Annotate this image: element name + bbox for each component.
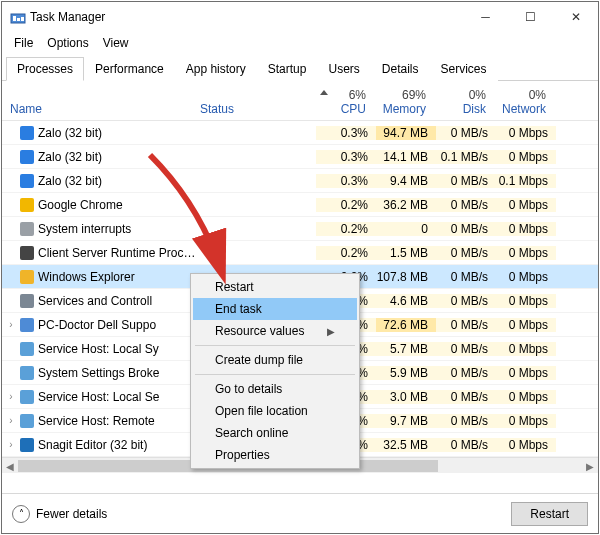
submenu-arrow-icon: ▶: [327, 326, 335, 337]
expand-chevron-icon[interactable]: ›: [2, 415, 18, 426]
chrome-icon: [18, 197, 36, 213]
network-value: 0 Mbps: [496, 222, 556, 236]
memory-value: 14.1 MB: [376, 150, 436, 164]
menu-item-search-online[interactable]: Search online: [193, 422, 357, 444]
disk-value: 0 MB/s: [436, 126, 496, 140]
process-name: Zalo (32 bit): [36, 174, 196, 188]
process-row[interactable]: Zalo (32 bit)0.3%94.7 MB0 MB/s0 Mbps: [2, 121, 598, 145]
network-value: 0 Mbps: [496, 198, 556, 212]
menubar: File Options View: [2, 32, 598, 54]
network-value: 0 Mbps: [496, 390, 556, 404]
menu-view[interactable]: View: [97, 34, 135, 52]
svg-rect-3: [21, 17, 24, 21]
header-memory[interactable]: 69% Memory: [374, 86, 434, 120]
memory-value: 9.4 MB: [376, 174, 436, 188]
process-row[interactable]: Zalo (32 bit)0.3%9.4 MB0 MB/s0.1 Mbps: [2, 169, 598, 193]
minimize-button[interactable]: ─: [463, 2, 508, 32]
memory-value: 32.5 MB: [376, 438, 436, 452]
header-name[interactable]: Name: [2, 100, 194, 120]
zalo-icon: [18, 173, 36, 189]
process-name: Service Host: Local Se: [36, 390, 196, 404]
zalo-icon: [18, 149, 36, 165]
network-value: 0 Mbps: [496, 126, 556, 140]
disk-value: 0 MB/s: [436, 318, 496, 332]
gear-icon: [18, 341, 36, 357]
disk-value: 0 MB/s: [436, 342, 496, 356]
menu-item-label: Go to details: [215, 382, 282, 396]
process-name: System interrupts: [36, 222, 196, 236]
memory-value: 3.0 MB: [376, 390, 436, 404]
header-network[interactable]: 0% Network: [494, 86, 554, 120]
memory-value: 9.7 MB: [376, 414, 436, 428]
menu-item-end-task[interactable]: End task: [193, 298, 357, 320]
console-icon: [18, 245, 36, 261]
header-disk[interactable]: 0% Disk: [434, 86, 494, 120]
window-controls: ─ ☐ ✕: [463, 2, 598, 32]
service-icon: [18, 293, 36, 309]
menu-item-restart[interactable]: Restart: [193, 276, 357, 298]
scroll-left-arrow[interactable]: ◀: [2, 458, 18, 474]
disk-value: 0 MB/s: [436, 198, 496, 212]
tab-details[interactable]: Details: [371, 57, 430, 81]
process-name: Zalo (32 bit): [36, 126, 196, 140]
network-value: 0 Mbps: [496, 270, 556, 284]
disk-value: 0 MB/s: [436, 366, 496, 380]
gear-icon: [18, 365, 36, 381]
menu-item-label: Restart: [215, 280, 254, 294]
expand-chevron-icon[interactable]: ›: [2, 391, 18, 402]
network-value: 0 Mbps: [496, 438, 556, 452]
process-row[interactable]: Client Server Runtime Process0.2%1.5 MB0…: [2, 241, 598, 265]
cpu-value: 0.2%: [316, 246, 376, 260]
network-value: 0 Mbps: [496, 366, 556, 380]
process-row[interactable]: Zalo (32 bit)0.3%14.1 MB0.1 MB/s0 Mbps: [2, 145, 598, 169]
expand-chevron-icon[interactable]: ›: [2, 439, 18, 450]
window-title: Task Manager: [26, 10, 463, 24]
disk-value: 0 MB/s: [436, 390, 496, 404]
tab-app-history[interactable]: App history: [175, 57, 257, 81]
menu-separator: [195, 345, 355, 346]
menu-item-label: End task: [215, 302, 262, 316]
svg-rect-1: [13, 16, 16, 21]
menu-options[interactable]: Options: [41, 34, 94, 52]
gear-icon: [18, 389, 36, 405]
restart-button[interactable]: Restart: [511, 502, 588, 526]
process-row[interactable]: System interrupts0.2%00 MB/s0 Mbps: [2, 217, 598, 241]
menu-item-go-to-details[interactable]: Go to details: [193, 378, 357, 400]
zalo-icon: [18, 125, 36, 141]
close-button[interactable]: ✕: [553, 2, 598, 32]
expand-chevron-icon[interactable]: ›: [2, 319, 18, 330]
process-row[interactable]: Google Chrome0.2%36.2 MB0 MB/s0 Mbps: [2, 193, 598, 217]
cpu-value: 0.2%: [316, 222, 376, 236]
tabs: Processes Performance App history Startu…: [2, 56, 598, 81]
fewer-details-toggle[interactable]: ˄ Fewer details: [12, 505, 107, 523]
menu-item-resource-values[interactable]: Resource values▶: [193, 320, 357, 342]
menu-item-label: Create dump file: [215, 353, 303, 367]
menu-item-properties[interactable]: Properties: [193, 444, 357, 466]
tab-processes[interactable]: Processes: [6, 57, 84, 81]
cpu-value: 0.3%: [316, 126, 376, 140]
menu-item-open-file-location[interactable]: Open file location: [193, 400, 357, 422]
network-value: 0 Mbps: [496, 294, 556, 308]
pcdoctor-icon: [18, 317, 36, 333]
memory-value: 0: [376, 222, 436, 236]
memory-value: 5.9 MB: [376, 366, 436, 380]
system-icon: [18, 221, 36, 237]
header-status[interactable]: Status: [194, 100, 314, 120]
tab-startup[interactable]: Startup: [257, 57, 318, 81]
memory-value: 5.7 MB: [376, 342, 436, 356]
menu-file[interactable]: File: [8, 34, 39, 52]
disk-value: 0.1 MB/s: [436, 150, 496, 164]
menu-item-label: Search online: [215, 426, 288, 440]
menu-item-create-dump-file[interactable]: Create dump file: [193, 349, 357, 371]
cpu-value: 0.2%: [316, 198, 376, 212]
header-cpu[interactable]: 6% CPU: [314, 86, 374, 120]
maximize-button[interactable]: ☐: [508, 2, 553, 32]
memory-value: 72.6 MB: [376, 318, 436, 332]
tab-users[interactable]: Users: [317, 57, 370, 81]
column-headers: Name Status 6% CPU 69% Memory 0% Disk 0%…: [2, 81, 598, 121]
scroll-right-arrow[interactable]: ▶: [582, 458, 598, 474]
menu-separator: [195, 374, 355, 375]
explorer-icon: [18, 269, 36, 285]
tab-services[interactable]: Services: [430, 57, 498, 81]
tab-performance[interactable]: Performance: [84, 57, 175, 81]
